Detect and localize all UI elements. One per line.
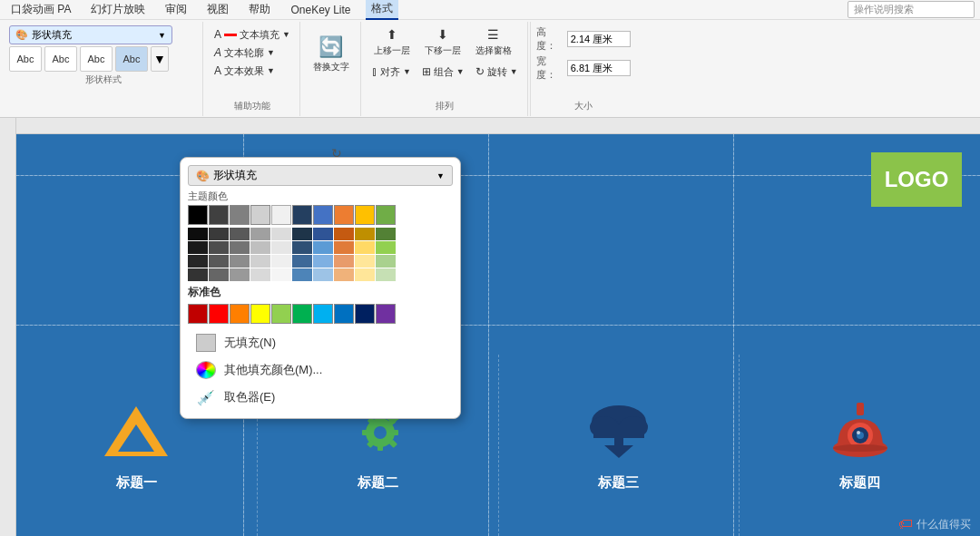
tg1-7[interactable]	[334, 228, 354, 240]
tg1-2[interactable]	[230, 228, 250, 240]
tg4-3[interactable]	[250, 268, 270, 281]
select-pane-btn[interactable]: ☰ 选择窗格	[472, 25, 515, 59]
tg1-0[interactable]	[188, 228, 208, 240]
tg3-4[interactable]	[271, 255, 291, 268]
tg3-2[interactable]	[230, 255, 250, 268]
tg1-1[interactable]	[209, 228, 229, 240]
move-down-btn[interactable]: ⬇ 下移一层	[421, 25, 465, 59]
tg2-6[interactable]	[313, 241, 333, 254]
std-color-0[interactable]	[188, 304, 208, 324]
std-color-7[interactable]	[334, 304, 354, 324]
replace-icon: 🔄	[318, 35, 343, 59]
height-label: 高度：	[536, 25, 564, 53]
tg2-0[interactable]	[188, 241, 208, 254]
menu-help[interactable]: 帮助	[243, 0, 276, 19]
theme-color-7[interactable]	[334, 205, 354, 225]
replace-text-btn[interactable]: 🔄 替换文字	[309, 25, 353, 83]
align-btn[interactable]: ⫿ 对齐 ▼	[370, 63, 413, 81]
menu-review[interactable]: 审阅	[160, 0, 192, 19]
group-btn[interactable]: ⊞ 组合 ▼	[420, 63, 466, 81]
tg4-9[interactable]	[376, 268, 396, 281]
theme-color-3[interactable]	[250, 205, 270, 225]
tg4-4[interactable]	[271, 268, 291, 281]
text-fill-dropdown: ▼	[282, 30, 290, 39]
style-abc1[interactable]: Abc	[9, 46, 42, 72]
tg2-4[interactable]	[271, 241, 291, 254]
tg1-8[interactable]	[355, 228, 375, 240]
std-color-3[interactable]	[250, 304, 270, 324]
tg3-7[interactable]	[334, 255, 354, 268]
std-color-9[interactable]	[376, 304, 396, 324]
width-label: 宽度：	[536, 54, 564, 82]
tg1-4[interactable]	[271, 228, 291, 240]
fill-dropdown-icon: ▼	[158, 31, 166, 40]
text-effect-btn[interactable]: A 文本效果 ▼	[212, 62, 292, 80]
tg2-9[interactable]	[376, 241, 396, 254]
rotate-btn[interactable]: ↻ 旋转 ▼	[474, 63, 520, 81]
shape-fill-section: 🎨 形状填充 ▼	[9, 25, 197, 44]
menu-slideshow[interactable]: 幻灯片放映	[85, 0, 151, 19]
tg2-8[interactable]	[355, 241, 375, 254]
tg2-7[interactable]	[334, 241, 354, 254]
std-color-2[interactable]	[230, 304, 250, 324]
no-fill-btn[interactable]: 无填充(N)	[188, 329, 453, 356]
group-label: 组合	[434, 65, 454, 79]
tg2-2[interactable]	[230, 241, 250, 254]
style-abc4[interactable]: Abc	[115, 46, 148, 72]
tg4-2[interactable]	[230, 268, 250, 281]
tg1-6[interactable]	[313, 228, 333, 240]
tg1-5[interactable]	[292, 228, 312, 240]
tg4-8[interactable]	[355, 268, 375, 281]
eyedropper-btn[interactable]: 💉 取色器(E)	[188, 384, 453, 411]
std-color-5[interactable]	[292, 304, 312, 324]
menu-onekey[interactable]: OneKey Lite	[285, 2, 356, 18]
theme-color-6[interactable]	[313, 205, 333, 225]
tg3-1[interactable]	[209, 255, 229, 268]
theme-color-9[interactable]	[376, 205, 396, 225]
tg2-5[interactable]	[292, 241, 312, 254]
tg4-6[interactable]	[313, 268, 333, 281]
tg3-9[interactable]	[376, 255, 396, 268]
style-dropdown[interactable]: ▼	[151, 46, 169, 72]
theme-color-1[interactable]	[209, 205, 229, 225]
theme-color-8[interactable]	[355, 205, 375, 225]
tg1-9[interactable]	[376, 228, 396, 240]
std-color-8[interactable]	[355, 304, 375, 324]
theme-color-4[interactable]	[271, 205, 291, 225]
tg2-3[interactable]	[250, 241, 270, 254]
tg3-0[interactable]	[188, 255, 208, 268]
theme-color-0[interactable]	[188, 205, 208, 225]
move-up-btn[interactable]: ⬆ 上移一层	[370, 25, 414, 59]
width-input[interactable]	[567, 60, 631, 76]
text-fill-btn[interactable]: A 文本填充 ▼	[212, 25, 292, 44]
shape-fill-header-btn[interactable]: 🎨 形状填充 ▼	[188, 165, 453, 186]
tg3-5[interactable]	[292, 255, 312, 268]
menu-format[interactable]: 格式	[366, 0, 398, 20]
height-input[interactable]	[567, 31, 631, 47]
shape-fill-btn[interactable]: 🎨 形状填充 ▼	[9, 25, 172, 44]
tg4-7[interactable]	[334, 268, 354, 281]
tg4-0[interactable]	[188, 268, 208, 281]
style-abc2[interactable]: Abc	[44, 46, 77, 72]
menu-pa[interactable]: 口袋动画 PA	[5, 0, 76, 19]
theme-color-2[interactable]	[230, 205, 250, 225]
standard-colors-row	[188, 304, 453, 324]
theme-color-5[interactable]	[292, 205, 312, 225]
more-fill-btn[interactable]: 其他填充颜色(M)...	[188, 356, 453, 384]
style-abc3[interactable]: Abc	[80, 46, 113, 72]
tg3-8[interactable]	[355, 255, 375, 268]
std-color-6[interactable]	[313, 304, 333, 324]
std-color-1[interactable]	[209, 304, 229, 324]
tg2-1[interactable]	[209, 241, 229, 254]
tg4-1[interactable]	[209, 268, 229, 281]
menu-view[interactable]: 视图	[201, 0, 234, 19]
search-box[interactable]: 操作说明搜索	[848, 1, 975, 18]
text-outline-label: 文本轮廓	[224, 46, 264, 60]
text-outline-btn[interactable]: A 文本轮廓 ▼	[212, 44, 292, 62]
tg3-6[interactable]	[313, 255, 333, 268]
tg4-5[interactable]	[292, 268, 312, 281]
logo-text: LOGO	[885, 167, 949, 192]
tg1-3[interactable]	[250, 228, 270, 240]
std-color-4[interactable]	[271, 304, 291, 324]
tg3-3[interactable]	[250, 255, 270, 268]
